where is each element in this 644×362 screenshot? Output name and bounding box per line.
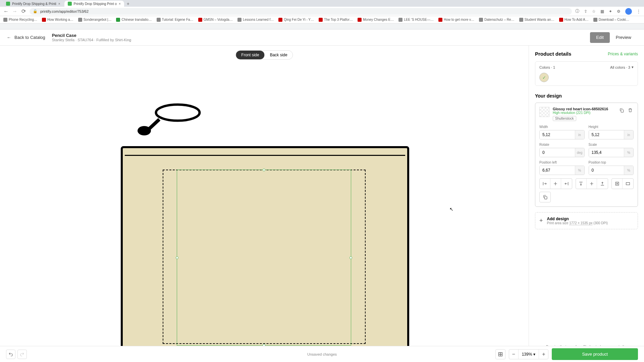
fit-button[interactable] [612, 179, 623, 189]
your-design-heading: Your design [535, 93, 638, 99]
product-name: Pencil Case [52, 33, 131, 38]
save-product-button[interactable]: Save product [552, 348, 638, 360]
align-top-button[interactable] [576, 179, 587, 189]
unit-percent: % [624, 148, 633, 157]
bookmark-item[interactable]: Phone Recycling… [3, 18, 37, 22]
product-details-sidebar: Product details Prices & variants Colors… [529, 46, 644, 362]
design-name: Glossy red heart icon-68502616 [553, 107, 615, 111]
bookmark-item[interactable]: Money Changes E… [358, 18, 394, 22]
back-to-catalog-button[interactable]: ← Back to Catalog [7, 35, 45, 40]
bookmark-item[interactable]: LEE 'S HOUSE—… [398, 18, 434, 22]
zoom-value-dropdown[interactable]: 139%▾ [519, 352, 539, 357]
back-button[interactable]: ← [3, 9, 9, 14]
product-subtitle: Stanley Stella · STAU764 · Fulfilled by … [52, 38, 131, 42]
zipper-line [125, 155, 405, 156]
duplicate-layer-button[interactable] [618, 107, 625, 114]
rotate-input[interactable] [540, 148, 575, 157]
address-bar[interactable]: 🔒 printify.com/app/editor/753/62 [30, 8, 572, 15]
chevron-down-icon: ▾ [533, 352, 535, 357]
height-label: Height [589, 125, 634, 129]
bookmark-item[interactable]: Tutorial: Eigene Fa… [157, 18, 194, 22]
bookmark-item[interactable]: Sonderangebot |… [78, 18, 112, 22]
position-left-input[interactable] [540, 166, 575, 175]
resize-handle-left[interactable] [176, 256, 178, 259]
bookmark-item[interactable]: Download – Cooki… [593, 18, 629, 22]
color-swatch-selected[interactable]: ✓ [539, 73, 549, 82]
share-icon[interactable]: ⇪ [584, 9, 587, 14]
grid-toggle-button[interactable] [495, 349, 505, 359]
scale-input[interactable] [589, 148, 624, 157]
bookmark-item[interactable]: How To Add A… [559, 18, 589, 22]
width-input[interactable] [540, 130, 575, 139]
side-selector: Front side Back side [235, 50, 293, 60]
align-bottom-button[interactable] [597, 179, 608, 189]
profile-avatar[interactable] [625, 8, 632, 15]
scale-label: Scale [589, 143, 634, 146]
close-icon[interactable]: × [119, 2, 121, 6]
bookmark-icon [519, 18, 523, 22]
zipper-pull-icon [134, 103, 201, 136]
bookmark-item[interactable]: Chinese translatio… [116, 18, 152, 22]
unsaved-changes-label: Unsaved changes [307, 352, 337, 356]
menu-icon[interactable]: ⋮ [637, 9, 641, 14]
svg-rect-2 [621, 110, 624, 112]
design-resolution: High resolution (221 DPI) [553, 111, 615, 115]
bookmark-item[interactable]: Qing Fei De Yi - Y… [278, 18, 314, 22]
resize-handle-right[interactable] [350, 256, 352, 259]
zoom-in-button[interactable]: + [539, 350, 548, 359]
zoom-out-button[interactable]: − [509, 350, 519, 359]
align-center-h-button[interactable] [550, 179, 561, 189]
bookmark-item[interactable]: Student Wants an… [519, 18, 554, 22]
design-selection-box[interactable] [177, 170, 351, 346]
translate-icon[interactable]: ⓘ [575, 8, 579, 14]
bookmark-item[interactable]: How to get more v… [438, 18, 474, 22]
back-label: Back to Catalog [14, 35, 45, 40]
vertical-align-group [576, 178, 608, 189]
rotate-label: Rotate [539, 143, 585, 146]
height-input[interactable] [589, 130, 624, 139]
position-top-label: Position top [589, 161, 634, 164]
align-center-v-button[interactable] [587, 179, 597, 189]
unit-percent: % [624, 166, 633, 175]
redo-button[interactable] [17, 350, 27, 359]
resize-handle-top[interactable] [263, 169, 265, 171]
product-mockup [121, 106, 409, 320]
all-colors-dropdown[interactable]: All colors · 3 ▾ [610, 65, 634, 69]
bookmark-icon [559, 18, 563, 22]
close-icon[interactable]: × [58, 2, 60, 6]
bookmark-item[interactable]: The Top 3 Platfor… [319, 18, 353, 22]
edit-button[interactable]: Edit [590, 32, 609, 43]
canvas-area[interactable]: Front side Back side [0, 46, 529, 362]
back-side-tab[interactable]: Back side [265, 51, 293, 59]
bookmark-icon [319, 18, 323, 22]
design-thumbnail[interactable] [539, 107, 549, 117]
browser-tab-active[interactable]: Printify Drop Shipping Print o × [64, 1, 124, 7]
prices-variants-link[interactable]: Prices & variants [608, 52, 638, 56]
fb-icon[interactable]: ▦ [600, 9, 604, 14]
add-design-button[interactable]: + Add design Print area size 1772 × 1535… [535, 212, 638, 229]
fill-button[interactable] [623, 179, 633, 189]
new-tab-button[interactable]: + [125, 1, 131, 7]
browser-toolbar: ← → ⟳ 🔒 printify.com/app/editor/753/62 ⓘ… [0, 7, 644, 16]
colors-panel: Colors · 1 All colors · 3 ▾ ✓ [535, 61, 638, 86]
browser-tab[interactable]: Printify Drop Shipping & Printi × [3, 1, 64, 7]
forward-button[interactable]: → [12, 9, 17, 14]
bookmark-icon [42, 18, 46, 22]
star-icon[interactable]: ☆ [592, 9, 596, 14]
align-left-button[interactable] [540, 179, 550, 189]
bookmark-item[interactable]: How Working a… [42, 18, 73, 22]
extensions-icon[interactable]: ✦ [609, 9, 612, 14]
puzzle-icon[interactable]: ⚙ [617, 9, 621, 14]
copy-to-sides-button[interactable] [539, 192, 551, 202]
align-right-button[interactable] [561, 179, 572, 189]
preview-button[interactable]: Preview [610, 32, 637, 43]
bookmark-item[interactable]: GMSN – Vologda… [198, 18, 233, 22]
bookmark-item[interactable]: Lessons Learned f… [237, 18, 274, 22]
arrow-left-icon: ← [7, 35, 11, 40]
undo-button[interactable] [6, 350, 15, 359]
front-side-tab[interactable]: Front side [236, 51, 264, 59]
delete-layer-button[interactable] [627, 107, 634, 114]
bookmark-item[interactable]: Datenschutz – Re… [479, 18, 515, 22]
reload-button[interactable]: ⟳ [21, 9, 26, 14]
position-top-input[interactable] [589, 166, 624, 175]
